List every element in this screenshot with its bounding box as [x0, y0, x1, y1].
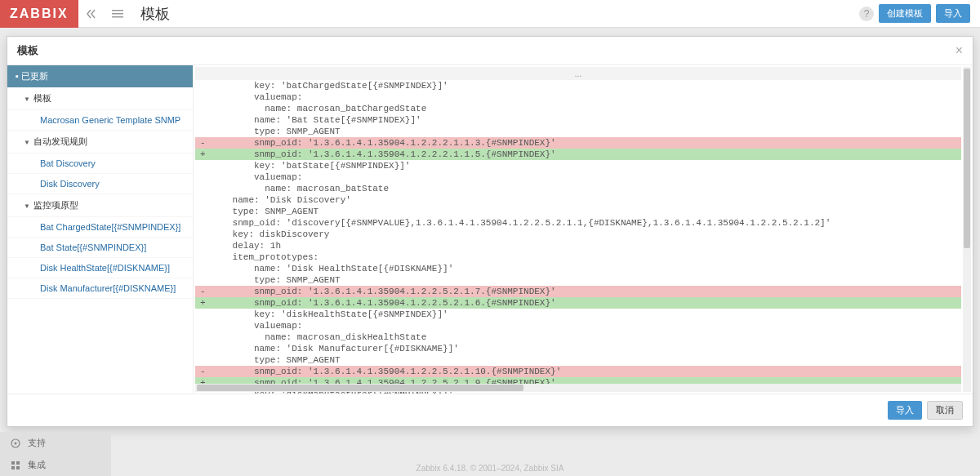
close-icon[interactable]: ×	[956, 43, 963, 58]
menu-icon[interactable]	[105, 0, 131, 28]
sidebar-item-label: 集成	[28, 459, 46, 471]
diff-line: key: diskDiscovery	[195, 229, 961, 240]
diff-line: valuemap:	[195, 91, 961, 103]
diff-line: name: 'Disk HealthState[{#DISKNAME}]'	[195, 263, 961, 274]
diff-line-removed: - snmp_oid: '1.3.6.1.4.1.35904.1.2.2.5.2…	[195, 286, 961, 297]
tree-link-prototype[interactable]: Disk HealthState[{#DISKNAME}]	[7, 258, 193, 278]
diff-line: item_prototypes:	[195, 251, 961, 263]
import-button-top[interactable]: 导入	[936, 4, 970, 23]
svg-rect-8	[16, 466, 20, 469]
create-template-button[interactable]: 创建模板	[879, 4, 931, 23]
svg-rect-5	[11, 461, 15, 465]
vertical-scrollbar[interactable]	[963, 67, 971, 392]
svg-rect-6	[16, 461, 20, 465]
diff-line-added: + snmp_oid: '1.3.6.1.4.1.35904.1.2.2.5.2…	[195, 297, 961, 309]
diff-line: type: SNMP_AGENT	[195, 274, 961, 286]
diff-line: key: 'diskHealthState[{#SNMPINDEX}]'	[195, 309, 961, 320]
diff-line: type: SNMP_AGENT	[195, 206, 961, 217]
diff-line: key: 'batChargedState[{#SNMPINDEX}]'	[195, 80, 961, 91]
tree-link-template[interactable]: Macrosan Generic Template SNMP	[7, 110, 193, 131]
tree-section-discovery[interactable]: 自动发现规则	[7, 131, 193, 153]
import-confirm-button[interactable]: 导入	[888, 401, 922, 420]
svg-rect-0	[112, 10, 123, 11]
svg-point-4	[15, 442, 17, 444]
diff-line: name: 'Disk Discovery'	[195, 194, 961, 206]
diff-ellipsis: ...	[195, 67, 961, 80]
diff-line: valuemap:	[195, 320, 961, 331]
diff-line: name: macrosan_batState	[195, 183, 961, 194]
diff-line: name: macrosan_batChargedState	[195, 103, 961, 114]
help-icon[interactable]: ?	[859, 7, 874, 21]
logo: ZABBIX	[0, 0, 78, 28]
diff-line-removed: - snmp_oid: '1.3.6.1.4.1.35904.1.2.2.5.2…	[195, 366, 961, 377]
sidebar-item-label: 支持	[28, 437, 46, 449]
svg-rect-7	[11, 466, 15, 469]
tree-updated-badge[interactable]: ▪ 已更新	[7, 65, 193, 87]
horizontal-scrollbar[interactable]	[195, 384, 961, 392]
diff-line: valuemap:	[195, 171, 961, 183]
support-icon	[10, 438, 21, 449]
diff-line-removed: - snmp_oid: '1.3.6.1.4.1.35904.1.2.2.2.1…	[195, 137, 961, 149]
changes-tree: ▪ 已更新 模板 Macrosan Generic Template SNMP …	[7, 65, 194, 394]
page-title: 模板	[140, 4, 170, 24]
footer-copyright: Zabbix 6.4.18. © 2001–2024, Zabbix SIA	[416, 464, 564, 473]
svg-rect-2	[112, 16, 123, 18]
diff-line: type: SNMP_AGENT	[195, 126, 961, 137]
diff-line: key: 'batState[{#SNMPINDEX}]'	[195, 160, 961, 171]
bottom-sidebar: 支持 集成	[0, 432, 111, 476]
tree-section-prototypes[interactable]: 监控项原型	[7, 194, 193, 217]
diff-line: delay: 1h	[195, 240, 961, 251]
tree-section-templates[interactable]: 模板	[7, 87, 193, 110]
integrations-icon	[10, 460, 21, 471]
modal-title: 模板	[17, 43, 38, 58]
diff-line-added: + snmp_oid: '1.3.6.1.4.1.35904.1.2.2.2.1…	[195, 149, 961, 160]
diff-pane[interactable]: ... key: 'batChargedState[{#SNMPINDEX}]'…	[194, 65, 973, 394]
diff-line: snmp_oid: 'discovery[{#SNMPVALUE},1.3.6.…	[195, 217, 961, 229]
diff-line: type: SNMP_AGENT	[195, 354, 961, 366]
tree-link-discovery[interactable]: Disk Discovery	[7, 174, 193, 194]
cancel-button[interactable]: 取消	[927, 401, 963, 420]
diff-line: name: 'Disk Manufacturer[{#DISKNAME}]'	[195, 343, 961, 354]
sidebar-item-support[interactable]: 支持	[0, 432, 111, 454]
diff-line: name: 'Bat State[{#SNMPINDEX}]'	[195, 114, 961, 126]
svg-rect-1	[112, 13, 123, 15]
tree-link-discovery[interactable]: Bat Discovery	[7, 153, 193, 174]
sidebar-item-integrations[interactable]: 集成	[0, 454, 111, 476]
tree-link-prototype[interactable]: Bat ChargedState[{#SNMPINDEX}]	[7, 217, 193, 238]
tree-link-prototype[interactable]: Disk Manufacturer[{#DISKNAME}]	[7, 278, 193, 299]
diff-line: name: macrosan_diskHealthState	[195, 331, 961, 343]
collapse-nav-icon[interactable]	[78, 0, 105, 28]
tree-link-prototype[interactable]: Bat State[{#SNMPINDEX}]	[7, 238, 193, 258]
import-preview-modal: 模板 × ▪ 已更新 模板 Macrosan Generic Template …	[7, 36, 973, 427]
